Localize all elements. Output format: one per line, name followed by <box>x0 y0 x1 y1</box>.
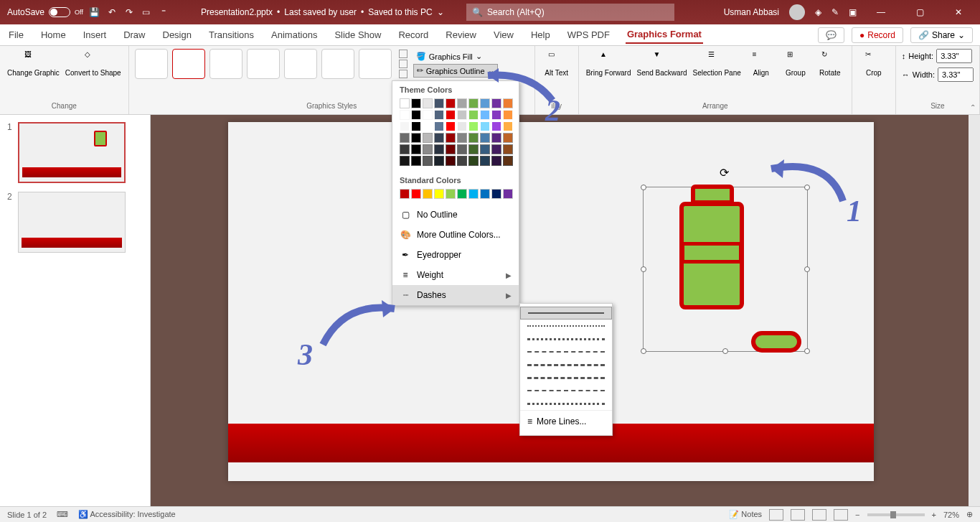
dash-option[interactable] <box>520 320 612 332</box>
notes-button[interactable]: 📝 Notes <box>729 510 762 519</box>
rotate-handle[interactable]: ⟳ <box>720 166 731 177</box>
selection-pane-button[interactable]: ☰Selection Pane <box>692 49 743 78</box>
diamond-icon[interactable]: ◈ <box>815 7 821 17</box>
color-swatch[interactable] <box>434 189 444 199</box>
color-swatch[interactable] <box>457 133 467 143</box>
chevron-down-icon[interactable]: ⌄ <box>437 7 444 17</box>
tab-transitions[interactable]: Transitions <box>207 27 255 43</box>
color-swatch[interactable] <box>457 121 467 131</box>
color-swatch[interactable] <box>400 110 410 120</box>
gallery-down-icon[interactable] <box>399 60 407 68</box>
height-input[interactable] <box>936 49 972 63</box>
color-swatch[interactable] <box>434 156 444 166</box>
color-swatch[interactable] <box>446 156 456 166</box>
slide-thumbnail-2[interactable] <box>18 192 126 253</box>
dash-option[interactable] <box>520 397 612 410</box>
style-thumb[interactable] <box>172 49 205 79</box>
reading-view-button[interactable] <box>812 509 826 521</box>
rotate-button[interactable]: ↻Rotate <box>814 49 846 78</box>
color-swatch[interactable] <box>503 98 513 108</box>
weight-item[interactable]: ≡Weight▶ <box>392 265 519 285</box>
fit-button[interactable]: ⊕ <box>966 510 973 519</box>
save-icon[interactable]: 💾 <box>89 6 100 18</box>
color-swatch[interactable] <box>434 121 444 131</box>
style-thumb[interactable] <box>135 49 168 79</box>
color-swatch[interactable] <box>446 133 456 143</box>
accessibility-status[interactable]: ♿ Accessibility: Investigate <box>78 510 176 519</box>
resize-handle[interactable] <box>804 348 810 354</box>
normal-view-button[interactable] <box>769 509 783 521</box>
color-swatch[interactable] <box>423 189 433 199</box>
no-outline-item[interactable]: ▢No Outline <box>392 205 519 225</box>
autosave-toggle[interactable]: AutoSave Off <box>7 7 83 17</box>
resize-handle[interactable] <box>804 266 810 272</box>
tab-wpspdf[interactable]: WPS PDF <box>566 27 611 43</box>
color-swatch[interactable] <box>400 98 410 108</box>
collapse-ribbon-icon[interactable]: ⌃ <box>970 103 976 111</box>
color-swatch[interactable] <box>411 110 421 120</box>
gallery-more-icon[interactable] <box>399 70 407 78</box>
search-box[interactable]: 🔍 <box>466 4 674 21</box>
color-swatch[interactable] <box>434 98 444 108</box>
color-swatch[interactable] <box>411 156 421 166</box>
color-swatch[interactable] <box>503 144 513 154</box>
style-thumb[interactable] <box>247 49 280 79</box>
tab-draw[interactable]: Draw <box>122 27 146 43</box>
maximize-button[interactable]: ▢ <box>905 0 934 24</box>
tab-view[interactable]: View <box>492 27 515 43</box>
color-swatch[interactable] <box>423 98 433 108</box>
color-swatch[interactable] <box>423 144 433 154</box>
slide-panel[interactable]: 1 2 <box>0 115 151 506</box>
color-swatch[interactable] <box>457 189 467 199</box>
color-swatch[interactable] <box>434 133 444 143</box>
resize-handle[interactable] <box>641 266 646 272</box>
color-swatch[interactable] <box>468 189 479 199</box>
vertical-scrollbar[interactable] <box>969 115 980 506</box>
color-swatch[interactable] <box>457 156 467 166</box>
convert-to-shape-button[interactable]: ◇Convert to Shape <box>64 49 123 78</box>
graphics-outline-button[interactable]: ✏Graphics Outline ⌄ <box>413 64 498 78</box>
color-swatch[interactable] <box>491 156 501 166</box>
minimize-button[interactable]: — <box>867 0 895 24</box>
color-swatch[interactable] <box>503 133 513 143</box>
color-swatch[interactable] <box>457 110 467 120</box>
color-swatch[interactable] <box>400 144 410 154</box>
save-location[interactable]: Saved to this PC <box>368 7 432 17</box>
magic-icon[interactable]: ✎ <box>831 7 839 17</box>
color-swatch[interactable] <box>457 98 467 108</box>
language-button[interactable]: ⌨ <box>57 510 68 519</box>
tab-animations[interactable]: Animations <box>270 27 319 43</box>
zoom-value[interactable]: 72% <box>943 511 959 519</box>
color-swatch[interactable] <box>411 189 421 199</box>
color-swatch[interactable] <box>491 189 501 199</box>
zoom-slider[interactable] <box>867 513 925 516</box>
group-button[interactable]: ⊞Group <box>780 49 811 78</box>
resize-handle[interactable] <box>641 348 646 354</box>
color-swatch[interactable] <box>411 133 421 143</box>
style-thumb[interactable] <box>321 49 354 79</box>
alt-text-button[interactable]: ▭Alt Text <box>541 49 573 78</box>
color-swatch[interactable] <box>423 121 433 131</box>
color-swatch[interactable] <box>446 144 456 154</box>
slideshow-view-button[interactable] <box>834 509 848 521</box>
resize-handle[interactable] <box>641 185 646 190</box>
resize-handle[interactable] <box>804 185 810 190</box>
more-outline-colors-item[interactable]: 🎨More Outline Colors... <box>392 225 519 245</box>
tab-review[interactable]: Review <box>444 27 478 43</box>
tab-slideshow[interactable]: Slide Show <box>333 27 382 43</box>
color-swatch[interactable] <box>468 121 479 131</box>
color-swatch[interactable] <box>423 156 433 166</box>
color-swatch[interactable] <box>480 121 490 131</box>
align-button[interactable]: ≡Align <box>745 49 777 78</box>
color-swatch[interactable] <box>503 110 513 120</box>
avatar[interactable] <box>789 4 805 20</box>
sorter-view-button[interactable] <box>791 509 805 521</box>
color-swatch[interactable] <box>491 121 501 131</box>
color-swatch[interactable] <box>480 189 490 199</box>
slide-thumbnail-1[interactable] <box>18 122 126 183</box>
color-swatch[interactable] <box>491 133 501 143</box>
color-swatch[interactable] <box>503 156 513 166</box>
tab-insert[interactable]: Insert <box>82 27 108 43</box>
color-swatch[interactable] <box>446 121 456 131</box>
undo-icon[interactable]: ↶ <box>106 6 118 18</box>
